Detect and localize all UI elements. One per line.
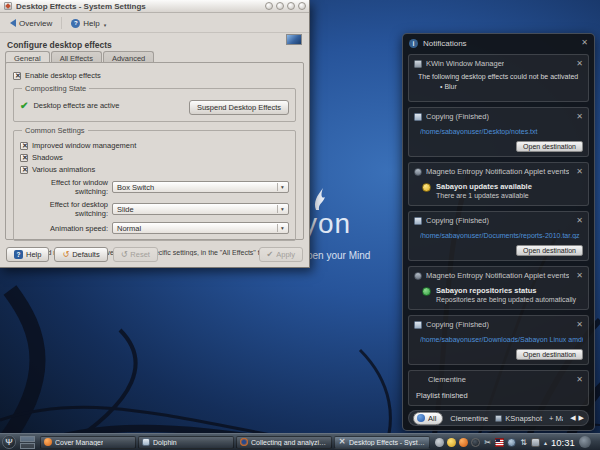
close-icon[interactable]: ✕	[576, 113, 583, 121]
device-notifier-icon[interactable]	[531, 438, 540, 447]
destination-link[interactable]: /home/sabayonuser/Documents/reports-2010…	[420, 232, 583, 239]
chevron-down-icon: ▾	[277, 205, 287, 213]
keep-above-button[interactable]	[265, 2, 273, 10]
help-menu-button[interactable]: ? Help ▾	[65, 16, 112, 30]
status-ok-icon: ✔	[20, 101, 28, 111]
filter-tab-ksnapshot[interactable]: KSnapshot	[495, 414, 542, 423]
apply-button-label: Apply	[276, 250, 295, 259]
desktop-1-pager[interactable]	[20, 436, 35, 442]
volume-icon[interactable]: ⇅	[519, 438, 528, 447]
chevron-down-icon: ▾	[277, 183, 287, 191]
desktop-switch-select[interactable]: Slide ▾	[112, 203, 289, 215]
animation-speed-select[interactable]: Normal ▾	[112, 222, 289, 234]
notifications-panel: i Notifications ✕ KWin Window Manager ✕ …	[402, 33, 595, 431]
kwin-icon	[414, 60, 422, 68]
titlebar[interactable]: Desktop Effects - System Settings	[0, 0, 309, 13]
taskbar: Ψ Cover Manager Dolphin Collecting and a…	[0, 433, 600, 450]
task-firefox[interactable]: Collecting and analyzing Linux f	[236, 436, 332, 449]
improved-window-management-label: Improved window management	[32, 141, 136, 150]
reset-button[interactable]: ↺ Reset	[113, 247, 158, 262]
close-button[interactable]	[298, 2, 306, 10]
window-switch-select[interactable]: Box Switch ▾	[112, 181, 289, 193]
destination-link[interactable]: /home/sabayonuser/Downloads/Sabayon Linu…	[420, 336, 583, 343]
notification-app-name: Copying (Finished)	[426, 112, 489, 121]
app-launcher-icon[interactable]: Ψ	[2, 435, 16, 449]
updates-bell-icon[interactable]	[447, 438, 456, 447]
close-icon[interactable]: ✕	[581, 39, 588, 47]
open-destination-button[interactable]: Open destination	[516, 141, 583, 152]
notification-text: Repositories are being updated automatic…	[436, 296, 576, 303]
notification-app-name: Copying (Finished)	[426, 216, 489, 225]
close-icon[interactable]: ✕	[576, 272, 583, 280]
suspend-desktop-effects-button[interactable]: Suspend Desktop Effects	[189, 100, 289, 115]
sabayon-tray-icon[interactable]	[459, 438, 468, 447]
cover-manager-icon	[44, 438, 52, 446]
kget-icon[interactable]	[471, 438, 480, 447]
notification-text: There are 1 updates available	[436, 192, 532, 199]
updates-available-icon	[422, 183, 431, 192]
filter-tab-clementine[interactable]: Clementine	[450, 414, 488, 423]
open-destination-button[interactable]: Open destination	[516, 349, 583, 360]
notification-magneto-updates: Magneto Entropy Notification Applet even…	[408, 162, 589, 206]
filter-tab-magneto[interactable]: + Magn	[549, 414, 563, 423]
page-title: Configure desktop effects	[7, 40, 112, 50]
overview-button[interactable]: Overview	[4, 17, 58, 30]
close-icon[interactable]: ✕	[576, 60, 583, 68]
notification-clementine: Clementine ✕ Playlist finished	[408, 370, 589, 406]
shadows-checkbox[interactable]: Shadows	[20, 153, 289, 162]
window-switch-label: Effect for window switching:	[20, 178, 108, 196]
notification-copying: Copying (Finished) ✕ /home/sabayonuser/D…	[408, 211, 589, 261]
virtual-desktop-pager[interactable]	[20, 436, 35, 449]
improved-window-management-checkbox[interactable]: Improved window management	[20, 141, 289, 150]
notification-title: Sabayon updates available	[436, 182, 532, 191]
copy-icon	[414, 321, 422, 329]
panel-cashew-icon[interactable]	[579, 436, 591, 448]
notification-app-name: Copying (Finished)	[426, 320, 489, 329]
close-icon[interactable]: ✕	[576, 321, 583, 329]
task-label: Collecting and analyzing Linux f	[251, 439, 328, 446]
scroll-left-icon[interactable]: ◀	[570, 414, 575, 422]
close-icon[interactable]: ✕	[576, 376, 583, 384]
checkbox-icon[interactable]	[13, 72, 21, 80]
tray-expand-icon[interactable]: ▴	[544, 439, 547, 446]
checkbox-icon[interactable]	[20, 154, 28, 162]
ksnapshot-scissors-icon[interactable]: ✂	[483, 438, 492, 447]
ksnapshot-icon	[495, 415, 502, 422]
desktop-effects-preview-image	[286, 34, 302, 45]
minimize-button[interactable]	[276, 2, 284, 10]
notification-app-name: KWin Window Manager	[426, 59, 504, 68]
system-tray: ✂ ⇅ ▴	[435, 438, 548, 447]
scroll-right-icon[interactable]: ▶	[579, 414, 584, 422]
notification-magneto-repos: Magneto Entropy Notification Applet even…	[408, 266, 589, 310]
various-animations-checkbox[interactable]: Various animations	[20, 165, 289, 174]
overview-label: Overview	[19, 19, 52, 28]
close-icon[interactable]: ✕	[576, 168, 583, 176]
reset-button-label: Reset	[130, 250, 150, 259]
clock[interactable]: 10:31	[551, 437, 575, 448]
notification-copying: Copying (Finished) ✕ /home/sabayonuser/D…	[408, 107, 589, 157]
network-icon[interactable]	[507, 438, 516, 447]
defaults-button[interactable]: ↺ Defaults	[54, 247, 107, 262]
task-dolphin[interactable]: Dolphin	[138, 436, 234, 449]
enable-desktop-effects-checkbox[interactable]: Enable desktop effects	[13, 71, 296, 80]
destination-link[interactable]: /home/sabayonuser/Desktop/notes.txt	[420, 128, 583, 135]
keyboard-layout-flag-icon[interactable]	[495, 438, 504, 447]
notification-text: • Blur	[440, 83, 583, 90]
open-destination-button[interactable]: Open destination	[516, 245, 583, 256]
task-cover-manager[interactable]: Cover Manager	[40, 436, 136, 449]
filter-all-button[interactable]: All	[413, 412, 443, 425]
checkbox-icon[interactable]	[20, 142, 28, 150]
help-button[interactable]: ? Help	[6, 247, 49, 262]
task-system-settings[interactable]: ✕ Desktop Effects - System Settin	[334, 436, 430, 449]
window-icon	[4, 2, 12, 10]
firefox-icon	[240, 438, 248, 446]
klipper-icon[interactable]	[435, 438, 444, 447]
desktop-2-pager[interactable]	[20, 443, 35, 449]
window-title: Desktop Effects - System Settings	[16, 2, 146, 11]
checkbox-icon[interactable]	[20, 166, 28, 174]
close-icon[interactable]: ✕	[576, 217, 583, 225]
defaults-icon: ↺	[62, 251, 69, 259]
maximize-button[interactable]	[287, 2, 295, 10]
apply-icon: ✔	[267, 251, 274, 259]
apply-button[interactable]: ✔ Apply	[259, 247, 303, 262]
